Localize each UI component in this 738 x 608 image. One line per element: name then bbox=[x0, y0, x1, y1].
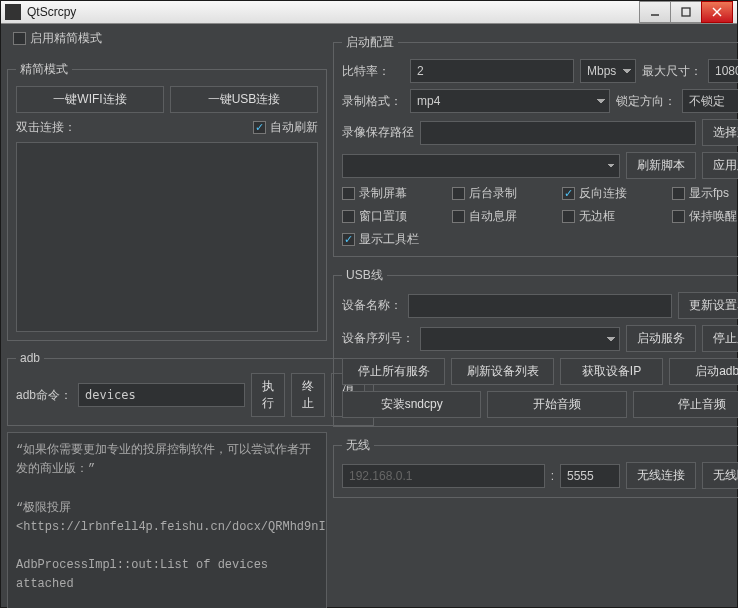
get-ip-button[interactable]: 获取设备IP bbox=[560, 358, 663, 385]
background-record-checkbox[interactable]: 后台录制 bbox=[452, 185, 552, 202]
simple-mode-legend: 精简模式 bbox=[16, 61, 72, 78]
start-audio-button[interactable]: 开始音频 bbox=[487, 391, 626, 418]
maxsize-select[interactable]: 1080 bbox=[708, 59, 738, 83]
refresh-dev-button[interactable]: 刷新设备列表 bbox=[451, 358, 554, 385]
auto-refresh-checkbox[interactable]: 自动刷新 bbox=[253, 119, 318, 136]
bitrate-label: 比特率： bbox=[342, 63, 404, 80]
usb-group: USB线 设备名称： 更新设置名称 设备序列号： 启动服务 停止服务 停止所有服… bbox=[333, 267, 738, 427]
main-window: QtScrcpy 启用精简模式 精简模式 一键WIFI连接 一键USB连接 bbox=[0, 0, 738, 608]
on-top-checkbox[interactable]: 窗口置顶 bbox=[342, 208, 442, 225]
recfmt-label: 录制格式： bbox=[342, 93, 404, 110]
start-adbd-button[interactable]: 启动adbd bbox=[669, 358, 738, 385]
stop-all-button[interactable]: 停止所有服务 bbox=[342, 358, 445, 385]
recfmt-select[interactable]: mp4 bbox=[410, 89, 610, 113]
double-click-label: 双击连接： bbox=[16, 119, 76, 136]
no-border-checkbox[interactable]: 无边框 bbox=[562, 208, 662, 225]
show-fps-checkbox[interactable]: 显示fps bbox=[672, 185, 738, 202]
adb-terminate-button[interactable]: 终止 bbox=[291, 373, 325, 417]
devname-input[interactable] bbox=[408, 294, 672, 318]
wifi-connect-button[interactable]: 一键WIFI连接 bbox=[16, 86, 164, 113]
adb-cmd-label: adb命令： bbox=[16, 387, 72, 404]
recpath-input[interactable] bbox=[420, 121, 696, 145]
wireless-group: 无线 : 无线连接 无线断开 bbox=[333, 437, 738, 498]
install-sndcpy-button[interactable]: 安装sndcpy bbox=[342, 391, 481, 418]
script-select[interactable] bbox=[342, 154, 620, 178]
stop-service-button[interactable]: 停止服务 bbox=[702, 325, 738, 352]
simple-mode-group: 精简模式 一键WIFI连接 一键USB连接 双击连接： 自动刷新 bbox=[7, 61, 327, 341]
start-config-group: 启动配置 比特率： Mbps 最大尺寸： 1080 录制格式： mp4 锁定方向… bbox=[333, 34, 738, 257]
start-service-button[interactable]: 启动服务 bbox=[626, 325, 696, 352]
reverse-connect-checkbox[interactable]: 反向连接 bbox=[562, 185, 662, 202]
start-config-legend: 启动配置 bbox=[342, 34, 398, 51]
stop-audio-button[interactable]: 停止音频 bbox=[633, 391, 738, 418]
window-title: QtScrcpy bbox=[27, 5, 640, 19]
adb-legend: adb bbox=[16, 351, 44, 365]
wifi-connect-button2[interactable]: 无线连接 bbox=[626, 462, 696, 489]
lockori-select[interactable]: 不锁定 bbox=[682, 89, 738, 113]
serial-label: 设备序列号： bbox=[342, 330, 414, 347]
adb-exec-button[interactable]: 执行 bbox=[251, 373, 285, 417]
auto-sleep-checkbox[interactable]: 自动息屏 bbox=[452, 208, 552, 225]
choose-path-button[interactable]: 选择路径 bbox=[702, 119, 738, 146]
devname-label: 设备名称： bbox=[342, 297, 402, 314]
refresh-script-button[interactable]: 刷新脚本 bbox=[626, 152, 696, 179]
close-button[interactable] bbox=[701, 1, 733, 23]
recpath-label: 录像保存路径 bbox=[342, 124, 414, 141]
titlebar[interactable]: QtScrcpy bbox=[1, 1, 737, 24]
minimize-button[interactable] bbox=[639, 1, 671, 23]
maxsize-label: 最大尺寸： bbox=[642, 63, 702, 80]
keep-awake-checkbox[interactable]: 保持唤醒 bbox=[672, 208, 738, 225]
app-icon bbox=[5, 4, 21, 20]
bitrate-input[interactable] bbox=[410, 59, 574, 83]
record-screen-checkbox[interactable]: 录制屏幕 bbox=[342, 185, 442, 202]
maximize-button[interactable] bbox=[670, 1, 702, 23]
adb-cmd-input[interactable] bbox=[78, 383, 245, 407]
lockori-label: 锁定方向： bbox=[616, 93, 676, 110]
usb-connect-button[interactable]: 一键USB连接 bbox=[170, 86, 318, 113]
svg-rect-1 bbox=[682, 8, 690, 16]
bitrate-unit-select[interactable]: Mbps bbox=[580, 59, 636, 83]
colon-label: : bbox=[551, 469, 554, 483]
update-name-button[interactable]: 更新设置名称 bbox=[678, 292, 738, 319]
show-toolbar-checkbox[interactable]: 显示工具栏 bbox=[342, 231, 442, 248]
wifi-port-input[interactable] bbox=[560, 464, 620, 488]
wifi-disconnect-button[interactable]: 无线断开 bbox=[702, 462, 738, 489]
serial-select[interactable] bbox=[420, 327, 620, 351]
apply-script-button[interactable]: 应用脚本 bbox=[702, 152, 738, 179]
usb-legend: USB线 bbox=[342, 267, 387, 284]
enable-simple-mode-checkbox[interactable]: 启用精简模式 bbox=[13, 30, 102, 47]
wifi-ip-input[interactable] bbox=[342, 464, 545, 488]
adb-group: adb adb命令： 执行 终止 清理 bbox=[7, 351, 374, 426]
wireless-legend: 无线 bbox=[342, 437, 374, 454]
log-output[interactable]: “如果你需要更加专业的投屏控制软件，可以尝试作者开发的商业版：” “极限投屏 <… bbox=[7, 432, 327, 608]
device-list[interactable] bbox=[16, 142, 318, 332]
